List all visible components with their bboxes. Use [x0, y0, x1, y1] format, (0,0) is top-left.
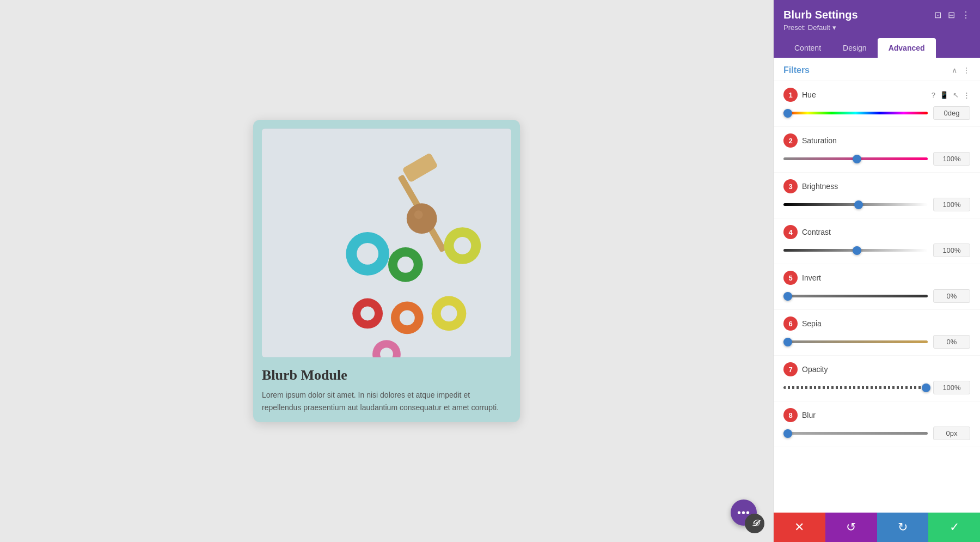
hue-help-icon[interactable]: ? — [932, 91, 935, 99]
hue-thumb[interactable] — [783, 109, 792, 118]
filter-contrast: 4 Contrast 100% — [774, 218, 980, 264]
svg-point-4 — [414, 210, 423, 219]
panel-title: Blurb Settings — [783, 9, 858, 21]
panel-header: Blurb Settings ⊡ ⊟ ⋮ Preset: Default ▾ C… — [774, 0, 980, 58]
contrast-thumb[interactable] — [853, 246, 861, 255]
filter-invert-name: Invert — [802, 273, 970, 282]
filter-sat-number: 2 — [783, 133, 798, 148]
more-icon[interactable]: ⋮ — [961, 10, 970, 20]
blur-value: 0px — [933, 427, 970, 440]
filter-blur: 8 Blur 0px — [774, 401, 980, 447]
bright-value: 100% — [933, 198, 970, 211]
filter-contrast-name: Contrast — [802, 228, 970, 236]
filter-invert: 5 Invert 0% — [774, 264, 980, 310]
filter-bright-label-row: 3 Brightness — [783, 179, 970, 193]
hue-mobile-icon[interactable]: 📱 — [940, 91, 948, 99]
cancel-button[interactable]: ✕ — [774, 513, 825, 542]
collapse-icon[interactable]: ∧ — [952, 66, 957, 75]
filter-blur-slider-row: 0px — [783, 427, 970, 440]
svg-point-12 — [360, 307, 375, 321]
svg-point-16 — [441, 306, 457, 322]
filter-contrast-number: 4 — [783, 225, 798, 239]
contrast-value: 100% — [933, 243, 970, 257]
columns-icon[interactable]: ⊟ — [948, 10, 955, 20]
filter-hue-name: Hue — [802, 90, 927, 99]
filter-hue-slider-row: 0deg — [783, 106, 970, 120]
blur-track — [783, 432, 928, 435]
tab-design[interactable]: Design — [832, 38, 878, 58]
filter-saturation: 2 Saturation 100% — [774, 127, 980, 173]
filter-bright-number: 3 — [783, 179, 798, 193]
svg-point-6 — [357, 243, 378, 265]
bright-track — [783, 203, 928, 206]
contrast-slider-container[interactable] — [783, 245, 928, 256]
redo-icon: ↻ — [898, 520, 908, 534]
opacity-thumb[interactable] — [922, 383, 930, 392]
action-bar: ✕ ↺ ↻ ✓ — [774, 513, 980, 542]
filter-hue-number: 1 — [783, 88, 798, 102]
filter-opacity: 7 Opacity 100% — [774, 356, 980, 401]
sat-slider-container[interactable] — [783, 154, 928, 165]
filter-sat-slider-row: 100% — [783, 152, 970, 166]
section-more-icon[interactable]: ⋮ — [963, 66, 970, 75]
panel-tabs: Content Design Advanced — [783, 38, 970, 58]
svg-point-3 — [407, 203, 437, 234]
preview-area: Blurb Module Lorem ipsum dolor sit amet.… — [0, 0, 773, 542]
opacity-track — [783, 386, 928, 389]
invert-track — [783, 295, 928, 297]
resize-icon[interactable]: ⊡ — [934, 10, 941, 20]
settings-panel: Blurb Settings ⊡ ⊟ ⋮ Preset: Default ▾ C… — [773, 0, 980, 542]
redo-button[interactable]: ↻ — [877, 513, 929, 542]
panel-header-icons: ⊡ ⊟ ⋮ — [934, 10, 970, 20]
hue-value: 0deg — [933, 106, 970, 120]
section-controls: ∧ ⋮ — [952, 66, 970, 75]
sepia-slider-container[interactable] — [783, 337, 928, 348]
tab-content[interactable]: Content — [783, 38, 832, 58]
invert-slider-container[interactable] — [783, 291, 928, 302]
filter-opacity-label-row: 7 Opacity — [783, 362, 970, 376]
opacity-value: 100% — [933, 381, 970, 394]
cancel-icon: ✕ — [794, 520, 804, 534]
filter-blur-number: 8 — [783, 408, 798, 422]
undo-button[interactable]: ↺ — [825, 513, 877, 542]
sat-thumb[interactable] — [853, 155, 861, 163]
tab-advanced[interactable]: Advanced — [878, 38, 936, 58]
filter-hue: 1 Hue ? 📱 ↖ ⋮ 0deg — [774, 81, 980, 127]
hue-track — [783, 112, 928, 114]
filter-invert-slider-row: 0% — [783, 289, 970, 303]
hue-slider-container[interactable] — [783, 108, 928, 119]
filter-invert-number: 5 — [783, 271, 798, 285]
panel-preset[interactable]: Preset: Default ▾ — [783, 23, 970, 32]
filter-invert-label-row: 5 Invert — [783, 271, 970, 285]
sepia-thumb[interactable] — [783, 338, 792, 346]
panel-header-top: Blurb Settings ⊡ ⊟ ⋮ — [783, 9, 970, 21]
filters-section-title: Filters — [783, 65, 810, 75]
filter-sepia-label-row: 6 Sepia — [783, 316, 970, 331]
filter-opacity-slider-row: 100% — [783, 381, 970, 394]
hue-cursor-icon[interactable]: ↖ — [953, 91, 959, 99]
filter-sepia-name: Sepia — [802, 319, 970, 328]
blurb-image — [262, 129, 511, 357]
blur-thumb[interactable] — [783, 429, 792, 438]
invert-value: 0% — [933, 289, 970, 303]
bright-thumb[interactable] — [854, 200, 863, 209]
blurb-title: Blurb Module — [262, 367, 511, 383]
filter-blur-name: Blur — [802, 411, 970, 419]
filter-sepia-slider-row: 0% — [783, 335, 970, 349]
filter-sat-name: Saturation — [802, 136, 970, 145]
sepia-track — [783, 340, 928, 343]
blur-slider-container[interactable] — [783, 428, 928, 439]
contrast-track — [783, 249, 928, 252]
divi-icon[interactable]: 𝒟 — [745, 514, 764, 533]
filter-bright-slider-row: 100% — [783, 198, 970, 211]
hue-more-icon[interactable]: ⋮ — [963, 91, 970, 99]
panel-content: Filters ∧ ⋮ 1 Hue ? 📱 ↖ ⋮ — [774, 58, 980, 513]
invert-thumb[interactable] — [783, 292, 792, 301]
filter-bright-name: Brightness — [802, 182, 970, 191]
save-button[interactable]: ✓ — [928, 513, 980, 542]
sat-track — [783, 157, 928, 160]
opacity-slider-container[interactable] — [783, 382, 928, 393]
save-icon: ✓ — [950, 520, 959, 534]
bright-slider-container[interactable] — [783, 199, 928, 210]
divi-logo: 𝒟 — [751, 519, 758, 528]
